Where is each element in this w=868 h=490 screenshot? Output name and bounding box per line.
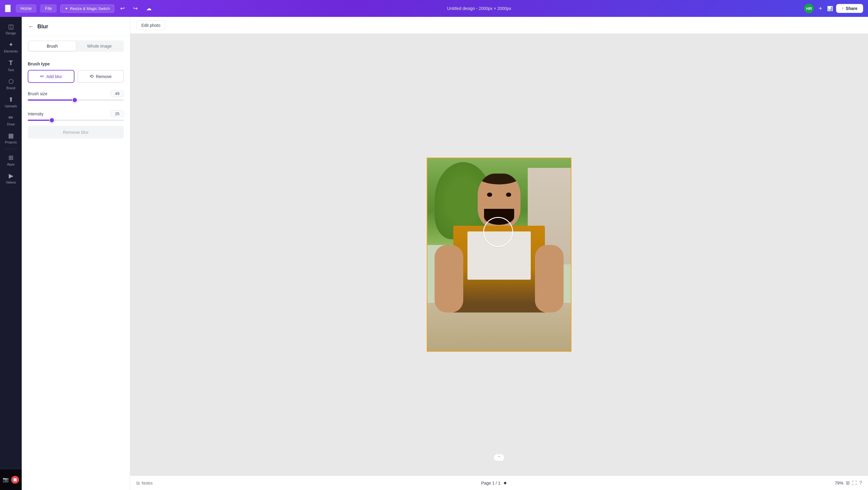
tab-whole-image[interactable]: Whole image (76, 41, 123, 51)
tab-brush[interactable]: Brush (29, 41, 76, 51)
header: ☰ Home File ✦ Resize & Magic Switch ↩ ↪ … (0, 0, 434, 17)
edit-photo-bar: Edit photo (130, 17, 434, 34)
sidebar-item-text[interactable]: T Text (1, 57, 21, 74)
magic-switch-button[interactable]: ✦ Resize & Magic Switch (60, 4, 114, 13)
brush-type-section: Brush type ✏ Add blur ⟲ Remove (22, 57, 130, 89)
sidebar-item-projects[interactable]: ▦ Projects (1, 130, 21, 147)
sidebar-item-apps[interactable]: ⊞ Apps (1, 152, 21, 169)
remove-brush-button[interactable]: ⟲ Remove (78, 70, 124, 83)
brush-size-label: Brush size (28, 91, 47, 96)
projects-icon: ▦ (8, 132, 14, 139)
sidebar-item-label: Design (6, 31, 16, 35)
brush-type-row: ✏ Add blur ⟲ Remove (28, 70, 124, 83)
sidebar-item-label: Videos (6, 181, 16, 184)
blur-tab-group: Brush Whole image (28, 40, 124, 52)
add-blur-button[interactable]: ✏ Add blur (28, 70, 74, 83)
sidebar-item-label: Draw (7, 122, 15, 126)
sidebar-item-label: Uploads (5, 104, 17, 108)
undo-button[interactable]: ↩ (118, 4, 127, 13)
intensity-label: Intensity (28, 112, 43, 116)
draw-icon: ✏ (8, 114, 13, 121)
sidebar-item-label: Projects (5, 141, 17, 144)
edit-photo-button[interactable]: Edit photo (136, 21, 165, 30)
sidebar-item-label: Text (8, 68, 14, 72)
menu-icon[interactable]: ☰ (5, 4, 11, 12)
left-sidebar: ◫ Design ✦ Elements T Text ⬡ Brand ⬆ Upl… (0, 17, 22, 245)
uploads-icon: ⬆ (8, 96, 13, 103)
canvas-frame (427, 158, 434, 245)
sidebar-item-brand[interactable]: ⬡ Brand (1, 75, 21, 92)
brush-size-slider[interactable] (28, 99, 124, 101)
sidebar-item-design[interactable]: ◫ Design (1, 21, 21, 37)
blur-panel: ← Blur Brush Whole image Brush type ✏ Ad… (22, 17, 130, 245)
sidebar-item-label: Apps (7, 162, 14, 166)
brand-icon: ⬡ (8, 78, 13, 85)
intensity-section: Intensity 25 (22, 105, 130, 126)
canvas-container[interactable]: ⌃ (130, 34, 434, 245)
sidebar-item-label: Elements (4, 50, 18, 53)
add-blur-icon: ✏ (40, 73, 44, 79)
brush-type-label: Brush type (28, 61, 124, 66)
intensity-thumb[interactable] (49, 118, 55, 123)
intensity-label-row: Intensity 25 (28, 110, 124, 117)
sidebar-item-label: Brand (6, 86, 15, 90)
text-icon: T (9, 59, 13, 67)
file-button[interactable]: File (40, 4, 57, 13)
sidebar-item-videos[interactable]: ▶ Videos (1, 170, 21, 187)
remove-blur-button: Remove blur (28, 126, 124, 139)
brush-size-value: 49 (111, 90, 124, 97)
cloud-save-icon[interactable]: ☁ (144, 4, 154, 13)
elements-icon: ✦ (8, 41, 13, 48)
magic-switch-icon: ✦ (65, 6, 68, 11)
apps-icon: ⊞ (8, 154, 13, 161)
design-icon: ◫ (8, 23, 14, 30)
panel-header: ← Blur (22, 17, 130, 36)
intensity-value: 25 (111, 110, 124, 117)
sidebar-item-draw[interactable]: ✏ Draw (1, 112, 21, 128)
remove-icon: ⟲ (90, 73, 93, 79)
videos-icon: ▶ (9, 172, 13, 179)
sidebar-item-elements[interactable]: ✦ Elements (1, 38, 21, 56)
redo-button[interactable]: ↪ (131, 4, 140, 13)
brush-size-label-row: Brush size 49 (28, 90, 124, 97)
brush-size-fill (28, 99, 75, 101)
home-button[interactable]: Home (16, 4, 36, 13)
brush-size-section: Brush size 49 (22, 89, 130, 105)
panel-title: Blur (37, 24, 48, 30)
sidebar-divider (4, 149, 18, 149)
sidebar-item-uploads[interactable]: ⬆ Uploads (1, 93, 21, 110)
intensity-fill (28, 120, 52, 121)
back-button[interactable]: ← (28, 23, 34, 30)
intensity-slider[interactable] (28, 120, 124, 121)
canvas-image (427, 158, 434, 245)
canvas-area: Edit photo (130, 17, 434, 245)
brush-size-thumb[interactable] (72, 97, 78, 103)
